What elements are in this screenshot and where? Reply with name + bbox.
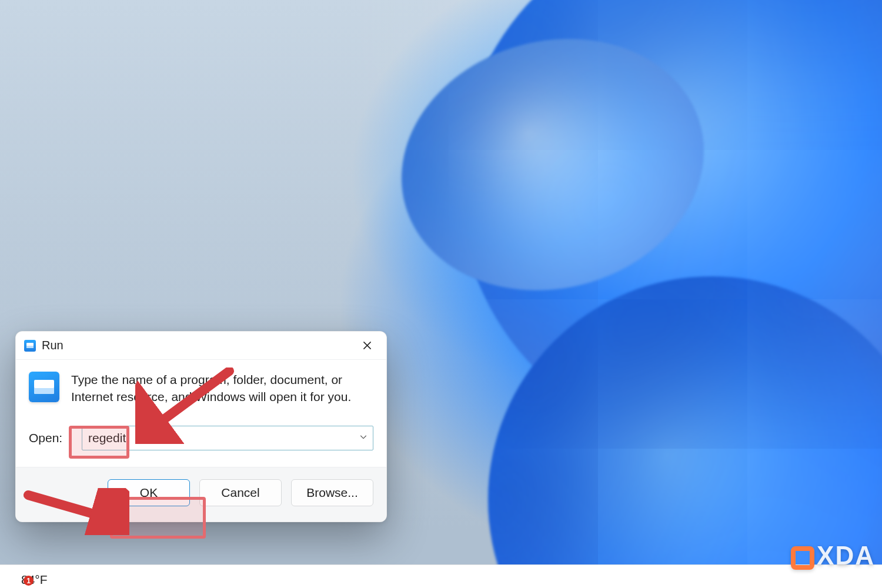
dialog-content: Type the name of a program, folder, docu… — [16, 360, 386, 467]
dialog-title: Run — [42, 339, 64, 352]
notification-badge: 1 — [24, 576, 34, 586]
run-app-icon — [24, 340, 36, 352]
open-label: Open: — [29, 431, 70, 445]
open-combobox[interactable] — [82, 426, 373, 450]
xda-text: XDA — [817, 541, 875, 570]
dialog-description: Type the name of a program, folder, docu… — [71, 372, 373, 406]
weather-widget[interactable]: 1 84°F — [15, 573, 48, 587]
taskbar[interactable]: 1 84°F — [0, 564, 882, 588]
cancel-button[interactable]: Cancel — [199, 479, 282, 506]
open-input[interactable] — [82, 426, 373, 450]
close-icon — [363, 341, 372, 350]
xda-logo-icon — [791, 546, 814, 570]
run-dialog: Run Type the name of a program, folder, … — [15, 331, 387, 522]
close-button[interactable] — [352, 333, 382, 358]
dialog-footer: OK Cancel Browse... — [16, 467, 386, 522]
xda-watermark: XDA — [791, 541, 875, 570]
dialog-titlebar[interactable]: Run — [16, 332, 386, 360]
ok-button[interactable]: OK — [108, 479, 190, 506]
run-large-icon — [29, 372, 59, 402]
browse-button[interactable]: Browse... — [291, 479, 373, 506]
